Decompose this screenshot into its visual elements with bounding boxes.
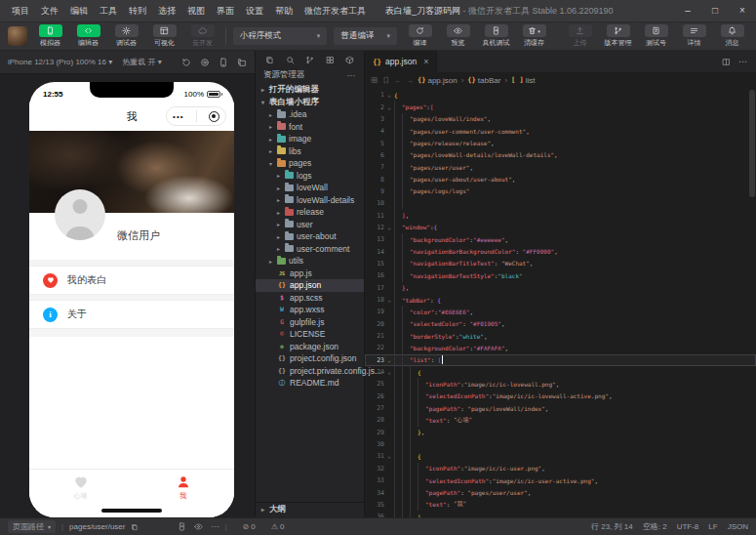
action-refresh-button[interactable]: 编译	[404, 24, 436, 48]
menu-item[interactable]: 项目	[6, 0, 35, 21]
code-line-13[interactable]: 13"backgroundColor":"#eeeeee",	[365, 233, 756, 245]
tree-item-gulpfile.js[interactable]: Ggulpfile.js	[256, 316, 364, 329]
search-icon[interactable]	[286, 56, 295, 64]
code-line-28[interactable]: 28"text": "心墙"	[365, 414, 756, 426]
user-avatar[interactable]	[8, 26, 27, 46]
code-line-8[interactable]: 8"pages/user-about/user-about",	[365, 173, 756, 185]
fold-icon[interactable]: ⌄	[384, 453, 394, 459]
tab-app-json[interactable]: {} app.json ×	[365, 51, 437, 72]
minimize-button[interactable]: –	[674, 0, 701, 21]
tree-item-package.json[interactable]: ◉package.json	[256, 341, 364, 353]
code-line-36[interactable]: 36}	[365, 511, 756, 517]
fold-icon[interactable]: ⌄	[384, 297, 394, 303]
tree-item-README.md[interactable]: ⓘREADME.md	[256, 377, 364, 390]
code-line-22[interactable]: 22"backgroundColor":"#FAFAFA",	[365, 342, 756, 353]
fold-icon[interactable]: ⌄	[384, 225, 394, 230]
code-line-21[interactable]: 21"borderStyle":"white",	[365, 330, 756, 342]
extensions-icon[interactable]	[326, 56, 335, 64]
code-editor[interactable]: 1⌄{2⌄"pages":[3"pages/loveWall/index",4"…	[365, 88, 756, 517]
code-line-1[interactable]: 1⌄{	[365, 89, 756, 101]
error-count[interactable]: ⊘ 0	[243, 522, 256, 531]
code-line-7[interactable]: 7"pages/user/user",	[365, 161, 756, 173]
project-section[interactable]: ▾ 表白墙小程序	[256, 96, 364, 108]
status-item[interactable]: 行 23, 列 14	[591, 521, 633, 532]
menu-item[interactable]: 界面	[211, 0, 240, 21]
code-line-3[interactable]: 3"pages/loveWall/index",	[365, 113, 756, 125]
toggle-cloud-button[interactable]: 云开发	[186, 24, 219, 48]
compile-mode-select[interactable]: 普通编译 ▾	[334, 27, 397, 45]
code-line-33[interactable]: 33"selectedIconPath":"image/ic/ic-user-a…	[365, 474, 756, 486]
fold-icon[interactable]: ⌄	[384, 104, 394, 110]
tree-item-app.wxss[interactable]: Wapp.wxss	[256, 304, 364, 316]
action-eye-button[interactable]: 预览	[442, 24, 474, 48]
program-mode-select[interactable]: 小程序模式 ▾	[233, 27, 328, 45]
code-line-5[interactable]: 5"pages/release/release",	[365, 137, 756, 148]
code-line-24[interactable]: 24⌄{	[365, 366, 756, 378]
device-frame-icon[interactable]	[219, 58, 228, 67]
menu-item[interactable]: 工具	[94, 0, 123, 21]
files-icon[interactable]	[265, 56, 274, 64]
action-badge-button[interactable]: 测试号	[640, 24, 672, 48]
action-devicebug-button[interactable]: 真机调试	[480, 24, 512, 48]
menu-card-info[interactable]: i关于	[29, 300, 234, 329]
forward-icon[interactable]: →	[406, 76, 414, 85]
toggle-gear-button[interactable]: 调试器	[110, 24, 142, 48]
menu-item[interactable]: 文件	[35, 0, 64, 21]
breadcrumb-item-app.json[interactable]: {}app.json	[418, 76, 458, 85]
menu-card-heart[interactable]: 我的表白	[29, 266, 234, 295]
tree-item-pages[interactable]: ▾pages	[256, 157, 364, 170]
tree-item-loveWall[interactable]: ▸loveWall	[256, 182, 364, 194]
toggle-layout-button[interactable]: 可视化	[148, 24, 180, 48]
tree-item-app.json[interactable]: {}app.json	[256, 279, 364, 292]
bookmark-icon[interactable]	[382, 76, 390, 84]
tree-item-project.private.config.js...[interactable]: {}project.private.config.js...	[256, 365, 364, 378]
breadcrumb-item-list[interactable]: [ ]list	[511, 76, 535, 85]
more-actions-icon[interactable]: ⋯	[211, 522, 219, 531]
multi-window-icon[interactable]	[237, 58, 247, 67]
code-line-9[interactable]: 9"pages/logs/logs"	[365, 185, 756, 197]
code-line-15[interactable]: 15"navigationBarTitleText": "WeChat",	[365, 258, 756, 269]
tree-item-loveWall-details[interactable]: ▸loveWall-details	[256, 194, 364, 207]
code-line-11[interactable]: 11],	[365, 209, 756, 221]
more-actions-icon[interactable]: ⋯	[347, 70, 357, 80]
menu-item[interactable]: 微信开发者工具	[298, 0, 372, 21]
tree-item-user-comment[interactable]: ▸user-comment	[256, 243, 364, 256]
code-line-17[interactable]: 17},	[365, 282, 756, 294]
code-line-34[interactable]: 34"pagePath": "pages/user/user",	[365, 486, 756, 498]
menu-item[interactable]: 帮助	[269, 0, 298, 21]
code-line-19[interactable]: 19"color":"#E6E6E6",	[365, 306, 756, 317]
maximize-button[interactable]: □	[701, 0, 729, 21]
rotate-icon[interactable]	[181, 58, 191, 67]
device-selector[interactable]: iPhone 12/13 (Pro) 100% 16 ▾	[8, 58, 112, 66]
back-icon[interactable]: ←	[394, 76, 402, 85]
code-line-35[interactable]: 35"text": "我"	[365, 499, 756, 511]
toggle-phone-button[interactable]: 模拟器	[34, 24, 66, 48]
breadcrumb-item-tabBar[interactable]: {}tabBar	[467, 76, 500, 85]
hot-reload-toggle[interactable]: 热重载 开 ▾	[122, 57, 161, 67]
action-trash-button[interactable]: ▾清缓存	[518, 24, 550, 48]
action-list-button[interactable]: 详情	[678, 24, 710, 48]
code-line-18[interactable]: 18⌄"tabBar": {	[365, 294, 756, 306]
tree-item-utils[interactable]: ▸utils	[256, 255, 364, 268]
code-line-29[interactable]: 29},	[365, 427, 756, 438]
menu-item[interactable]: 设置	[240, 0, 269, 21]
outline-section[interactable]: ▸ 大纲	[256, 502, 364, 515]
code-line-25[interactable]: 25"iconPath":"image/ic/ic-lovewall.png",	[365, 378, 756, 390]
code-line-26[interactable]: 26"selectedIconPath":"image/ic/ic-lovewa…	[365, 391, 756, 402]
tree-item-.idea[interactable]: ▸.idea	[256, 108, 364, 121]
menu-item[interactable]: 选择	[152, 0, 181, 21]
tree-item-user[interactable]: ▸user	[256, 219, 364, 231]
code-line-31[interactable]: 31⌄{	[365, 450, 756, 462]
code-line-23[interactable]: 23⌄"list": [	[365, 354, 756, 366]
close-tab-icon[interactable]: ×	[423, 57, 428, 66]
remote-debug-icon[interactable]	[178, 522, 186, 531]
status-item[interactable]: LF	[708, 522, 717, 531]
menu-item[interactable]: 编辑	[64, 0, 94, 21]
action-upload-button[interactable]: 上传	[564, 24, 596, 48]
code-line-4[interactable]: 4"pages/user-comment/user-comment",	[365, 125, 756, 137]
code-line-20[interactable]: 20"selectedColor": "#F01905",	[365, 318, 756, 330]
screenshot-icon[interactable]	[200, 58, 210, 67]
exit-icon[interactable]	[209, 111, 219, 122]
preview-icon[interactable]	[194, 522, 203, 531]
tree-item-LICENSE[interactable]: ©LICENSE	[256, 328, 364, 341]
